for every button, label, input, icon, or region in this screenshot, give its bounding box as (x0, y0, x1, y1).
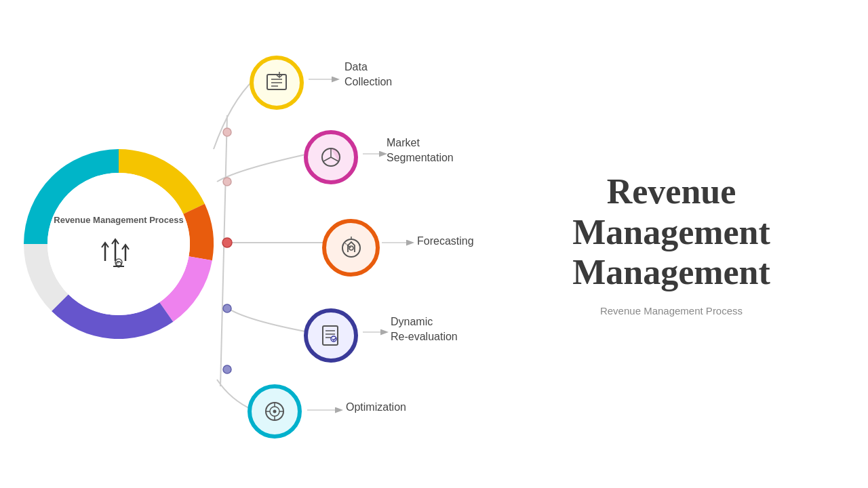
diagram-area: Revenue Management Process $ (0, 0, 515, 488)
svg-point-33 (273, 410, 277, 413)
main-container: Revenue Management Process $ (0, 0, 868, 488)
center-circle: Revenue Management Process $ (20, 146, 217, 342)
page-title: Revenue Management Management (515, 171, 827, 293)
center-circle-label: Revenue Management Process (54, 214, 183, 226)
right-panel: Revenue Management Management Revenue Ma… (515, 171, 868, 317)
dynamic-reevaluation-icon (319, 323, 343, 348)
step-optimization-label: Optimization (346, 400, 406, 415)
svg-rect-18 (267, 75, 286, 89)
step-optimization (248, 384, 302, 439)
market-segmentation-icon (319, 145, 343, 169)
data-collection-icon (264, 70, 289, 95)
step-market-segmentation (304, 130, 358, 184)
optimization-icon (262, 399, 287, 424)
center-icon: $ (98, 234, 139, 274)
step-dynamic-reevaluation (304, 308, 358, 363)
step-forecasting-label: Forecasting (417, 234, 474, 249)
step-data-collection (250, 56, 304, 110)
step-forecasting (322, 219, 380, 277)
step-data-collection-label: DataCollection (344, 60, 392, 89)
step-market-segmentation-label: MarketSegmentation (387, 136, 454, 165)
svg-text:$: $ (117, 260, 119, 264)
page-subtitle: Revenue Management Process (600, 305, 743, 317)
step-dynamic-reevaluation-label: DynamicRe-evaluation (391, 314, 458, 344)
forecasting-icon (338, 235, 364, 261)
svg-rect-26 (323, 326, 338, 345)
